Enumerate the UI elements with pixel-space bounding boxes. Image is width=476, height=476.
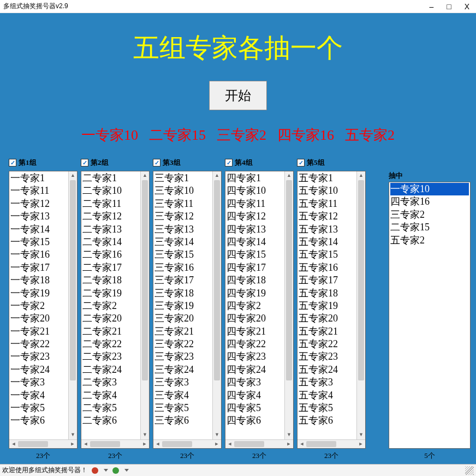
list-item[interactable]: 二专家18 [82, 274, 148, 287]
list-item[interactable]: 三专家21 [154, 325, 220, 338]
scrollbar-vertical[interactable]: ▲▼ [140, 171, 149, 439]
list-item[interactable]: 五专家2 [390, 234, 469, 247]
list-item[interactable]: 二专家6 [82, 414, 148, 427]
list-item[interactable]: 二专家3 [82, 376, 148, 389]
list-item[interactable]: 二专家4 [82, 389, 148, 402]
scrollbar-vertical[interactable]: ▲▼ [284, 171, 293, 439]
list-item[interactable]: 四专家23 [227, 350, 292, 363]
list-item[interactable]: 二专家22 [82, 338, 148, 350]
list-item[interactable]: 一专家5 [10, 402, 76, 414]
list-item[interactable]: 五专家1 [299, 172, 364, 185]
list-item[interactable]: 二专家23 [82, 350, 148, 363]
list-item[interactable]: 二专家2 [82, 300, 148, 312]
scrollbar-horizontal[interactable]: ◄► [9, 439, 77, 448]
list-item[interactable]: 五专家13 [299, 223, 364, 236]
drawn-listbox[interactable]: 一专家10四专家16三专家2二专家15五专家2 [389, 182, 471, 449]
list-item[interactable]: 一专家23 [10, 350, 76, 363]
list-item[interactable]: 一专家22 [10, 338, 76, 350]
list-item[interactable]: 二专家24 [82, 364, 148, 376]
list-item[interactable]: 五专家22 [299, 338, 364, 350]
list-item[interactable]: 四专家4 [227, 389, 292, 402]
list-item[interactable]: 四专家18 [227, 274, 292, 287]
list-item[interactable]: 五专家18 [299, 287, 364, 300]
list-item[interactable]: 五专家5 [299, 402, 364, 414]
list-item[interactable]: 三专家18 [154, 287, 220, 300]
list-item[interactable]: 三专家13 [154, 223, 220, 236]
list-item[interactable]: 五专家14 [299, 236, 364, 248]
list-item[interactable]: 二专家1 [82, 172, 148, 185]
list-item[interactable]: 三专家24 [154, 364, 220, 376]
list-item[interactable]: 二专家14 [82, 236, 148, 248]
list-item[interactable]: 一专家15 [10, 236, 76, 248]
list-item[interactable]: 三专家6 [154, 414, 220, 427]
list-item[interactable]: 五专家3 [299, 376, 364, 389]
list-item[interactable]: 二专家17 [82, 261, 148, 274]
list-item[interactable]: 三专家15 [154, 248, 220, 261]
list-item[interactable]: 一专家17 [10, 261, 76, 274]
chevron-down-icon[interactable] [124, 469, 129, 472]
list-item[interactable]: 二专家21 [82, 325, 148, 338]
list-item[interactable]: 四专家13 [227, 223, 292, 236]
scrollbar-vertical[interactable]: ▲▼ [356, 171, 365, 439]
scrollbar-horizontal[interactable]: ◄► [81, 439, 149, 448]
list-item[interactable]: 一专家14 [10, 223, 76, 236]
list-item[interactable]: 五专家15 [299, 248, 364, 261]
list-item[interactable]: 二专家16 [82, 248, 148, 261]
list-item[interactable]: 一专家19 [10, 287, 76, 300]
list-item[interactable]: 四专家2 [227, 300, 292, 312]
list-item[interactable]: 一专家20 [10, 312, 76, 325]
list-item[interactable]: 二专家15 [390, 221, 469, 234]
resize-grip-icon[interactable] [465, 466, 474, 475]
scrollbar-horizontal[interactable]: ◄► [297, 439, 365, 448]
list-item[interactable]: 四专家14 [227, 236, 292, 248]
list-item[interactable]: 三专家14 [154, 236, 220, 248]
scrollbar-vertical[interactable]: ▲▼ [212, 171, 221, 439]
list-item[interactable]: 一专家3 [10, 376, 76, 389]
list-item[interactable]: 一专家13 [10, 210, 76, 223]
list-item[interactable]: 四专家3 [227, 376, 292, 389]
close-button[interactable]: X [465, 2, 469, 11]
list-item[interactable]: 五专家12 [299, 210, 364, 223]
list-item[interactable]: 一专家21 [10, 325, 76, 338]
list-item[interactable]: 五专家19 [299, 300, 364, 312]
list-item[interactable]: 四专家1 [227, 172, 292, 185]
maximize-button[interactable]: □ [447, 2, 451, 11]
list-item[interactable]: 一专家18 [10, 274, 76, 287]
list-item[interactable]: 一专家1 [10, 172, 76, 185]
list-item[interactable]: 三专家2 [390, 209, 469, 221]
list-item[interactable]: 五专家4 [299, 389, 364, 402]
list-item[interactable]: 五专家23 [299, 350, 364, 363]
list-item[interactable]: 四专家10 [227, 185, 292, 197]
list-item[interactable]: 二专家19 [82, 287, 148, 300]
list-item[interactable]: 四专家22 [227, 338, 292, 350]
scrollbar-vertical[interactable]: ▲▼ [68, 171, 77, 439]
list-item[interactable]: 五专家20 [299, 312, 364, 325]
status-red-icon[interactable] [92, 467, 98, 474]
scrollbar-horizontal[interactable]: ◄► [153, 439, 221, 448]
list-item[interactable]: 一专家10 [390, 183, 469, 195]
list-item[interactable]: 三专家11 [154, 198, 220, 210]
group-4-listbox[interactable]: 四专家1四专家10四专家11四专家12四专家13四专家14四专家15四专家17四… [225, 171, 294, 449]
start-button[interactable]: 开始 [209, 81, 267, 110]
list-item[interactable]: 四专家5 [227, 402, 292, 414]
list-item[interactable]: 一专家4 [10, 389, 76, 402]
list-item[interactable]: 三专家23 [154, 350, 220, 363]
list-item[interactable]: 二专家13 [82, 223, 148, 236]
list-item[interactable]: 四专家21 [227, 325, 292, 338]
group-1-listbox[interactable]: 一专家1一专家11一专家12一专家13一专家14一专家15一专家16一专家17一… [9, 171, 78, 449]
list-item[interactable]: 三专家17 [154, 274, 220, 287]
list-item[interactable]: 一专家24 [10, 364, 76, 376]
list-item[interactable]: 三专家19 [154, 300, 220, 312]
list-item[interactable]: 五专家11 [299, 198, 364, 210]
list-item[interactable]: 一专家11 [10, 185, 76, 197]
list-item[interactable]: 五专家21 [299, 325, 364, 338]
list-item[interactable]: 二专家10 [82, 185, 148, 197]
list-item[interactable]: 四专家20 [227, 312, 292, 325]
list-item[interactable]: 二专家5 [82, 402, 148, 414]
list-item[interactable]: 三专家22 [154, 338, 220, 350]
list-item[interactable]: 一专家16 [10, 248, 76, 261]
scrollbar-horizontal[interactable]: ◄► [225, 439, 293, 448]
list-item[interactable]: 一专家2 [10, 300, 76, 312]
group-3-listbox[interactable]: 三专家1三专家10三专家11三专家12三专家13三专家14三专家15三专家16三… [153, 171, 222, 449]
group-5-checkbox[interactable] [297, 159, 305, 166]
